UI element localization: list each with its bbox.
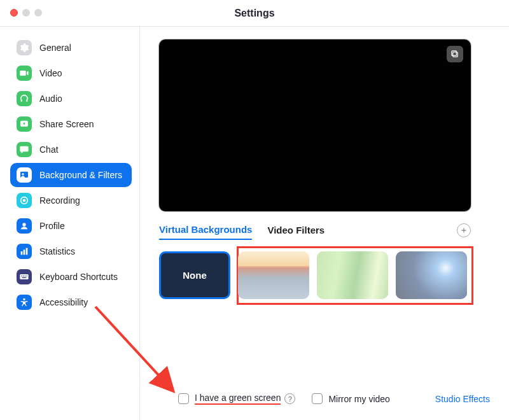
- tabs: Virtual Backgrounds Video Filters ＋: [159, 220, 471, 240]
- add-background-button[interactable]: ＋: [457, 223, 471, 237]
- sidebar-item-label: Accessibility: [39, 297, 88, 307]
- content: General Video Audio Share Screen: [0, 27, 509, 420]
- main-panel: Virtual Backgrounds Video Filters ＋ None: [140, 27, 509, 420]
- maximize-window-button[interactable]: [34, 9, 42, 17]
- sidebar-item-label: Recording: [39, 195, 80, 206]
- sidebar-item-label: Audio: [39, 94, 62, 104]
- svg-point-5: [22, 223, 25, 226]
- sidebar-item-label: Chat: [39, 144, 59, 155]
- sidebar-item-background-filters[interactable]: Background & Filters: [10, 163, 132, 187]
- background-option-label: None: [183, 270, 207, 281]
- sidebar-item-label: Profile: [39, 221, 65, 231]
- svg-rect-10: [21, 276, 22, 276]
- sidebar-item-keyboard-shortcuts[interactable]: Keyboard Shortcuts: [10, 265, 132, 289]
- sidebar-item-label: Keyboard Shortcuts: [39, 272, 118, 282]
- background-option-bridge[interactable]: [238, 251, 309, 299]
- backgrounds-grid: None: [159, 251, 471, 299]
- minimize-window-button[interactable]: [22, 9, 30, 17]
- headphones-icon: [17, 91, 32, 106]
- svg-rect-6: [21, 251, 23, 255]
- video-preview: [159, 39, 471, 211]
- bottom-options: I have a green screen ? Mirror my video …: [159, 393, 490, 405]
- settings-window: Settings General Video Audio: [0, 0, 509, 420]
- svg-rect-8: [26, 248, 28, 255]
- background-option-space[interactable]: [396, 251, 467, 299]
- svg-point-4: [23, 199, 26, 202]
- svg-rect-7: [24, 249, 25, 255]
- window-title: Settings: [0, 8, 509, 19]
- sidebar-item-label: Video: [39, 68, 62, 78]
- video-icon: [17, 66, 32, 81]
- help-icon[interactable]: ?: [284, 393, 295, 404]
- keyboard-icon: [17, 269, 32, 284]
- sidebar-item-recording[interactable]: Recording: [10, 188, 132, 213]
- gear-icon: [17, 40, 32, 55]
- share-screen-icon: [17, 116, 32, 132]
- background-filters-icon: [17, 167, 32, 183]
- rotate-camera-button[interactable]: [447, 46, 463, 62]
- sidebar-item-chat[interactable]: Chat: [10, 137, 132, 162]
- titlebar: Settings: [0, 0, 509, 27]
- sidebar-item-label: Statistics: [39, 246, 75, 256]
- svg-rect-12: [25, 276, 25, 276]
- accessibility-icon: [17, 295, 32, 310]
- mirror-video-checkbox[interactable]: [312, 393, 323, 404]
- sidebar-item-label: Background & Filters: [39, 170, 122, 180]
- green-screen-label: I have a green screen: [195, 393, 281, 405]
- mirror-video-label: Mirror my video: [328, 394, 389, 404]
- svg-point-2: [22, 173, 24, 175]
- svg-rect-11: [23, 276, 24, 276]
- studio-effects-link[interactable]: Studio Effects: [435, 394, 490, 404]
- chat-icon: [17, 142, 32, 157]
- statistics-icon: [17, 244, 32, 259]
- sidebar-item-general[interactable]: General: [10, 36, 132, 60]
- svg-rect-9: [20, 274, 28, 279]
- tab-virtual-backgrounds[interactable]: Virtual Backgrounds: [159, 220, 252, 240]
- sidebar-item-profile[interactable]: Profile: [10, 214, 132, 238]
- close-window-button[interactable]: [10, 9, 18, 17]
- svg-rect-17: [451, 50, 456, 55]
- svg-point-15: [23, 298, 25, 300]
- recording-icon: [17, 193, 32, 208]
- sidebar-item-label: Share Screen: [39, 119, 94, 129]
- background-option-grass[interactable]: [317, 251, 388, 299]
- svg-rect-14: [22, 277, 27, 278]
- sidebar-item-audio[interactable]: Audio: [10, 87, 132, 111]
- sidebar: General Video Audio Share Screen: [0, 27, 140, 420]
- sidebar-item-statistics[interactable]: Statistics: [10, 239, 132, 263]
- background-option-none[interactable]: None: [159, 251, 230, 299]
- window-controls: [10, 9, 42, 17]
- svg-rect-13: [26, 276, 27, 276]
- sidebar-item-video[interactable]: Video: [10, 61, 132, 85]
- sidebar-item-label: General: [39, 43, 71, 53]
- sidebar-item-share-screen[interactable]: Share Screen: [10, 112, 132, 136]
- tab-video-filters[interactable]: Video Filters: [267, 221, 324, 239]
- profile-icon: [17, 218, 32, 234]
- svg-rect-16: [452, 52, 457, 57]
- sidebar-item-accessibility[interactable]: Accessibility: [10, 290, 132, 314]
- green-screen-checkbox[interactable]: [178, 393, 189, 404]
